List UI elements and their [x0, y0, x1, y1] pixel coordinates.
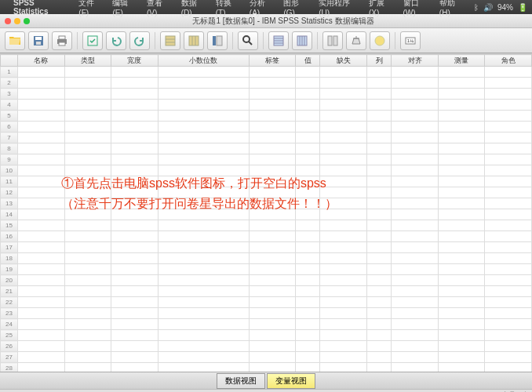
table-row[interactable]: 18	[1, 253, 532, 264]
cell[interactable]	[438, 67, 485, 78]
cell[interactable]	[158, 264, 249, 275]
cell[interactable]	[111, 319, 159, 330]
cell[interactable]	[438, 308, 485, 319]
cell[interactable]	[18, 78, 65, 89]
cell[interactable]	[18, 264, 65, 275]
table-row[interactable]: 15	[1, 220, 532, 231]
cell[interactable]	[485, 132, 532, 143]
cell[interactable]	[296, 231, 320, 242]
cell[interactable]	[18, 89, 65, 100]
cell[interactable]	[158, 231, 249, 242]
open-button[interactable]	[5, 31, 25, 50]
cell[interactable]	[18, 286, 65, 297]
column-header[interactable]: 名称	[18, 55, 65, 67]
table-row[interactable]: 3	[1, 89, 532, 100]
cell[interactable]	[158, 132, 249, 143]
cell[interactable]	[18, 308, 65, 319]
cell[interactable]	[320, 363, 367, 372]
column-header[interactable]: 列	[366, 55, 391, 67]
cell[interactable]	[111, 67, 159, 78]
row-header[interactable]: 21	[1, 286, 18, 297]
row-header[interactable]: 7	[1, 132, 18, 143]
cell[interactable]	[158, 253, 249, 264]
bluetooth-icon[interactable]: ᛒ	[474, 3, 479, 12]
cell[interactable]	[296, 154, 320, 165]
redo-button[interactable]	[129, 31, 150, 50]
cell[interactable]	[485, 111, 532, 122]
cell[interactable]	[158, 209, 249, 220]
table-row[interactable]: 6	[1, 122, 532, 132]
cell[interactable]	[485, 242, 532, 253]
row-header[interactable]: 23	[1, 308, 18, 319]
cell[interactable]	[392, 231, 439, 242]
cell[interactable]	[158, 286, 249, 297]
cell[interactable]	[18, 297, 65, 308]
cell[interactable]	[296, 176, 320, 187]
table-row[interactable]: 17	[1, 242, 532, 253]
row-header[interactable]: 2	[1, 78, 18, 89]
cell[interactable]	[320, 352, 367, 363]
cell[interactable]	[438, 78, 485, 89]
cell[interactable]	[485, 319, 532, 330]
cell[interactable]	[366, 67, 391, 78]
row-header[interactable]: 27	[1, 352, 18, 363]
cell[interactable]	[64, 67, 111, 78]
cell[interactable]	[18, 176, 65, 187]
cell[interactable]	[18, 330, 65, 341]
cell[interactable]	[296, 253, 320, 264]
cell[interactable]	[64, 297, 111, 308]
cell[interactable]	[438, 231, 485, 242]
cell[interactable]	[320, 264, 367, 275]
column-header[interactable]: 对齐	[392, 55, 439, 67]
cell[interactable]	[296, 187, 320, 198]
undo-button[interactable]	[106, 31, 126, 50]
cell[interactable]	[64, 100, 111, 111]
cell[interactable]	[111, 165, 159, 176]
row-header[interactable]: 10	[1, 165, 18, 176]
table-row[interactable]: 10	[1, 165, 532, 176]
cell[interactable]	[249, 220, 296, 231]
cell[interactable]	[438, 341, 485, 352]
menu-extensions[interactable]: 扩展(X)	[369, 0, 395, 17]
cell[interactable]	[18, 352, 65, 363]
cell[interactable]	[158, 187, 249, 198]
split-file-button[interactable]	[322, 31, 343, 50]
menu-view[interactable]: 查看(V)	[147, 0, 173, 17]
cell[interactable]	[18, 165, 65, 176]
cell[interactable]	[296, 78, 320, 89]
cell[interactable]	[111, 242, 159, 253]
cell[interactable]	[320, 132, 367, 143]
cell[interactable]	[438, 319, 485, 330]
cell[interactable]	[392, 297, 439, 308]
cell[interactable]	[64, 363, 111, 372]
insert-case-button[interactable]	[268, 31, 289, 50]
zoom-icon[interactable]	[24, 18, 30, 24]
row-header[interactable]: 25	[1, 330, 18, 341]
cell[interactable]	[392, 67, 439, 78]
cell[interactable]	[438, 253, 485, 264]
variables-button[interactable]	[207, 31, 228, 50]
cell[interactable]	[320, 89, 367, 100]
cell[interactable]	[296, 122, 320, 132]
row-header[interactable]: 18	[1, 253, 18, 264]
cell[interactable]	[64, 111, 111, 122]
cell[interactable]	[296, 242, 320, 253]
cell[interactable]	[249, 89, 296, 100]
cell[interactable]	[320, 67, 367, 78]
column-header[interactable]: 缺失	[320, 55, 367, 67]
cell[interactable]	[366, 242, 391, 253]
goto-case-button[interactable]	[160, 31, 180, 50]
cell[interactable]	[438, 100, 485, 111]
cell[interactable]	[158, 154, 249, 165]
cell[interactable]	[392, 341, 439, 352]
menu-analyze[interactable]: 分析(A)	[250, 0, 275, 17]
cell[interactable]	[366, 341, 391, 352]
cell[interactable]	[438, 275, 485, 286]
cell[interactable]	[18, 363, 65, 372]
cell[interactable]	[366, 330, 391, 341]
cell[interactable]	[158, 89, 249, 100]
table-row[interactable]: 27	[1, 352, 532, 363]
row-header[interactable]: 19	[1, 264, 18, 275]
close-icon[interactable]	[5, 18, 11, 24]
table-row[interactable]: 23	[1, 308, 532, 319]
